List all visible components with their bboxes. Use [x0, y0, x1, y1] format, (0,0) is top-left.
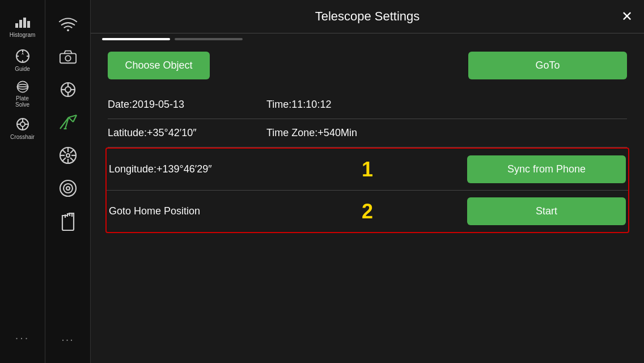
svg-point-44	[60, 180, 76, 196]
lens-icon-btn[interactable]	[56, 176, 80, 201]
choose-object-button[interactable]: Choose Object	[108, 52, 210, 79]
left-sidebar: Histogram Guide Plate Solve	[0, 0, 45, 363]
svg-point-45	[63, 184, 73, 193]
sync-from-phone-button[interactable]: Sync from Phone	[467, 155, 626, 183]
goto-button[interactable]: GoTo	[468, 52, 627, 79]
time-label: Time:11:10:12	[266, 99, 627, 111]
date-time-row: Date:2019-05-13 Time:11:10:12	[108, 91, 627, 119]
sidebar-item-histogram-label: Histogram	[10, 32, 36, 38]
svg-line-43	[62, 158, 66, 161]
home-position-label: Goto Home Position	[109, 205, 350, 217]
latitude-label: Latitude:+35°42′10″	[108, 127, 255, 139]
svg-rect-2	[23, 18, 26, 28]
svg-point-46	[66, 187, 70, 190]
sidebar-more[interactable]: ···	[9, 323, 37, 352]
sidebar-item-guide-label: Guide	[15, 66, 30, 72]
svg-point-14	[20, 122, 25, 126]
svg-line-40	[62, 150, 66, 153]
svg-point-23	[65, 87, 71, 92]
sd-card-icon-btn[interactable]	[56, 209, 80, 234]
dialog-header: Telescope Settings ✕	[91, 0, 644, 33]
right-sidebar: ···	[45, 0, 91, 363]
svg-rect-3	[27, 21, 30, 28]
home-position-row: Goto Home Position 2 Start	[107, 191, 628, 232]
main-content: Telescope Settings ✕ Choose Object GoTo …	[91, 0, 644, 363]
svg-point-19	[67, 29, 69, 31]
camera-icon-btn[interactable]	[56, 44, 80, 69]
svg-line-42	[70, 150, 74, 153]
longitude-label: Longitude:+139°46′29″	[109, 163, 350, 175]
start-button[interactable]: Start	[467, 197, 626, 225]
telescope-icon-btn[interactable]	[56, 110, 80, 135]
svg-marker-5	[22, 52, 24, 55]
step2-number: 2	[350, 200, 384, 223]
svg-point-21	[65, 56, 70, 61]
svg-rect-20	[60, 53, 75, 63]
sidebar-item-plate-solve[interactable]: Plate Solve	[9, 79, 37, 108]
more-dots-icon: ···	[15, 331, 30, 344]
step1-number: 1	[350, 158, 384, 182]
close-button[interactable]: ✕	[621, 10, 633, 23]
sidebar-item-crosshair[interactable]: Crosshair	[9, 113, 37, 142]
longitude-sync-row: Longitude:+139°46′29″ 1 Sync from Phone	[107, 149, 628, 191]
sync-btn-area: Sync from Phone	[384, 155, 626, 183]
date-label: Date:2019-05-13	[108, 99, 255, 111]
highlighted-section: Longitude:+139°46′29″ 1 Sync from Phone …	[105, 147, 629, 233]
more-icon-btn[interactable]: ···	[56, 327, 80, 352]
more-icons-dots: ···	[61, 333, 74, 346]
svg-rect-1	[19, 20, 22, 28]
svg-point-35	[66, 154, 70, 157]
sidebar-item-histogram[interactable]: Histogram	[9, 11, 37, 40]
timezone-label: Time Zone:+540Min	[266, 127, 627, 139]
sidebar-item-guide[interactable]: Guide	[9, 45, 37, 74]
tab-bar	[91, 33, 644, 40]
sidebar-item-plate-solve-label: Plate Solve	[9, 95, 37, 108]
fan-icon-btn[interactable]	[56, 143, 80, 168]
dialog-body: Choose Object GoTo Date:2019-05-13 Time:…	[91, 40, 644, 363]
sidebar-item-crosshair-label: Crosshair	[10, 134, 35, 140]
target-icon-btn[interactable]	[56, 77, 80, 102]
start-btn-area: Start	[384, 197, 626, 225]
svg-line-31	[69, 117, 73, 122]
wifi-icon-btn[interactable]	[56, 11, 80, 36]
svg-rect-0	[15, 23, 18, 28]
svg-line-41	[70, 158, 74, 161]
dialog-title: Telescope Settings	[315, 9, 420, 24]
latitude-timezone-row: Latitude:+35°42′10″ Time Zone:+540Min	[108, 119, 627, 147]
top-buttons-row: Choose Object GoTo	[108, 52, 627, 79]
